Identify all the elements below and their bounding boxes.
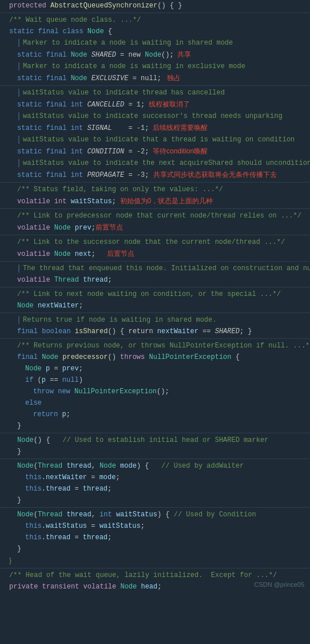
code-token: Returns true if node is waiting in share… xyxy=(23,316,216,324)
code-token: /** Link to next node waiting on conditi… xyxy=(17,290,281,298)
border-left-indicator xyxy=(18,136,23,144)
border-left-indicator xyxy=(18,264,23,272)
code-line: waitStatus value to indicate the next ac… xyxy=(0,157,310,169)
code-token: Node xyxy=(17,462,34,470)
border-left-indicator xyxy=(18,159,23,167)
code-line: final Node predecessor() throws NullPoin… xyxy=(0,351,310,363)
code-text: /** Returns previous node, or throws Nul… xyxy=(16,341,310,351)
code-token: Node xyxy=(100,462,120,470)
code-text: /** Status field, taking on only the val… xyxy=(16,184,310,195)
code-token: waitStatus xyxy=(71,197,112,206)
code-token: The thread that enqueued this node. Init… xyxy=(23,264,310,272)
code-token: SHARED xyxy=(92,51,116,59)
code-token: thread xyxy=(46,534,70,542)
code-token: Thread xyxy=(38,511,66,519)
code-line: volatile Node prev;前置节点 xyxy=(0,222,310,234)
code-token: ( xyxy=(34,462,38,470)
code-text: volatile int waitStatus; 初始值为0，状态是上面的几种 xyxy=(16,196,310,207)
code-token: 后续线程需要唤醒 xyxy=(149,124,208,132)
separator-line xyxy=(0,287,310,287)
code-token: final boolean xyxy=(17,327,75,335)
code-text: static final Node SHARED = new Node(); 共… xyxy=(16,49,310,60)
code-token: nextWaiter xyxy=(157,327,198,335)
code-token: = xyxy=(87,473,100,481)
code-line: static final Node EXCLUSIVE = null; 独占 xyxy=(0,72,310,84)
separator-line xyxy=(0,235,310,235)
code-token: (); xyxy=(161,51,174,59)
code-token: NullPointerException xyxy=(149,353,231,361)
code-token: = xyxy=(70,534,83,542)
code-token: == xyxy=(198,327,215,335)
code-line: /** Link to predecessor node that curren… xyxy=(0,210,310,222)
code-token: thread xyxy=(83,276,108,284)
code-token: volatile xyxy=(17,276,54,284)
code-token: // Used by Condition xyxy=(174,511,256,519)
code-line: else xyxy=(0,397,310,409)
code-token: Node xyxy=(17,511,34,519)
code-token: mode xyxy=(100,473,116,481)
code-token: ; xyxy=(79,365,83,373)
code-token: 后置节点 xyxy=(96,250,134,258)
code-line: static final int CANCELLED = 1; 线程被取消了 xyxy=(0,98,310,110)
code-token: 共享式同步状态获取将会无条件传播下去 xyxy=(153,171,277,179)
code-text: this.thread = thread; xyxy=(24,532,310,543)
code-line: return p; xyxy=(0,409,310,420)
code-token: /** Link to the successor node that the … xyxy=(17,238,285,246)
code-token: private transient volatile xyxy=(9,583,120,591)
separator-line xyxy=(0,459,310,459)
code-token: // Used to establish initial head or SHA… xyxy=(62,436,268,444)
code-token: AbstractQueuedSynchronizer xyxy=(50,2,157,10)
code-token: if xyxy=(25,376,38,384)
code-text: waitStatus value to indicate thread has … xyxy=(16,88,310,98)
code-line: The thread that enqueued this node. Init… xyxy=(0,263,310,274)
code-token: thread xyxy=(66,462,91,470)
code-text: final boolean isShared() { return nextWa… xyxy=(16,326,310,337)
code-token: Marker to indicate a node is waiting in … xyxy=(23,62,245,70)
code-text: Marker to indicate a node is waiting in … xyxy=(16,61,310,72)
code-line: /** Link to next node waiting on conditi… xyxy=(0,289,310,300)
code-token: 前置节点 xyxy=(96,223,123,231)
code-text: } xyxy=(16,447,310,457)
code-token: /** Returns previous node, or throws Nul… xyxy=(17,342,310,350)
code-text: this.thread = thread; xyxy=(24,484,310,494)
code-token: /** Wait queue node class. ...*/ xyxy=(9,16,141,24)
code-token: ; xyxy=(157,583,161,591)
code-text: /** Link to next node waiting on conditi… xyxy=(16,289,310,299)
code-text: volatile Node next; 后置节点 xyxy=(16,248,310,259)
code-token: next xyxy=(75,250,92,258)
code-token: static final int xyxy=(17,124,87,132)
border-left-indicator xyxy=(18,316,23,324)
code-token: = xyxy=(124,171,137,179)
code-line: Node nextWaiter; xyxy=(0,300,310,311)
code-text: static final Node EXCLUSIVE = null; 独占 xyxy=(16,73,310,84)
code-token: thread xyxy=(66,511,91,519)
code-token: ; xyxy=(116,473,120,481)
code-token: volatile int xyxy=(17,197,71,206)
code-text: static final int CONDITION = -2; 等待condi… xyxy=(16,146,310,157)
code-token: = xyxy=(124,148,137,156)
code-text: Returns true if node is waiting in share… xyxy=(16,315,310,325)
code-token: EXCLUSIVE xyxy=(92,74,129,82)
code-text: /** Wait queue node class. ...*/ xyxy=(8,15,310,25)
code-token: ; xyxy=(108,276,112,284)
code-line: Node(Thread thread, Node mode) { // Used… xyxy=(0,460,310,472)
code-token: int xyxy=(100,511,116,519)
code-token: waitStatus value to indicate successor's… xyxy=(23,112,283,120)
code-text: } xyxy=(8,555,310,566)
code-token: /** Link to predecessor node that curren… xyxy=(17,212,301,220)
code-token: . xyxy=(42,522,46,530)
code-token: static final int xyxy=(17,101,87,109)
code-line: Node(Thread thread, int waitStatus) { //… xyxy=(0,509,310,520)
code-token: } xyxy=(17,422,21,430)
border-left-indicator xyxy=(18,89,23,97)
code-token: head xyxy=(141,583,157,591)
code-token: NullPointerException xyxy=(74,388,157,396)
code-token: 独占 xyxy=(161,74,181,82)
code-text: /** Link to the successor node that the … xyxy=(16,237,310,247)
code-token: prev xyxy=(62,365,79,373)
code-token: = xyxy=(112,124,137,132)
separator-line xyxy=(0,182,310,183)
code-token: ) { xyxy=(157,511,174,519)
code-line: waitStatus value to indicate that a thre… xyxy=(0,134,310,145)
code-text: if (p == null) xyxy=(24,375,310,385)
